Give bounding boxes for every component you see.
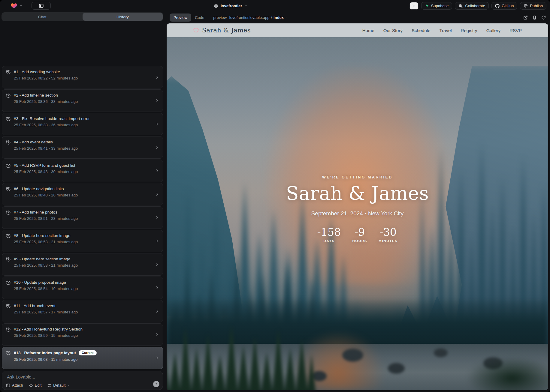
github-label: GitHub [502, 4, 514, 8]
history-item-title: #4 - Add event details [14, 140, 53, 144]
top-bar: lovefrontier Supabase [0, 0, 550, 11]
history-icon [6, 234, 11, 238]
refresh-button[interactable] [541, 15, 546, 20]
crosshair-icon [29, 383, 33, 388]
chevron-down-icon [285, 16, 288, 19]
chevron-right-icon [155, 356, 159, 360]
sidebar-toggle-button[interactable] [32, 2, 51, 10]
lovable-logo-menu[interactable] [10, 2, 23, 9]
supabase-label: Supabase [431, 4, 449, 8]
site-nav-link[interactable]: Our Story [383, 28, 403, 33]
sidebar-tab-label: Chat [38, 15, 46, 19]
supabase-button[interactable]: Supabase [421, 2, 452, 10]
countdown-item: -158 DAYS [317, 227, 341, 243]
history-item[interactable]: #8 - Update hero section image 25 Feb 20… [2, 230, 163, 252]
chevron-down-icon [245, 4, 248, 7]
settings-button[interactable] [409, 2, 419, 10]
url-separator: / [271, 15, 272, 20]
site-nav-link[interactable]: Home [362, 28, 374, 33]
globe-icon [524, 4, 528, 8]
history-item[interactable]: #9 - Update hero section image 25 Feb 20… [2, 253, 163, 276]
sidebar-tab[interactable]: History [83, 13, 163, 21]
history-item[interactable]: #4 - Add event details 25 Feb 2025, 08:4… [2, 136, 163, 159]
chevron-down-icon [20, 4, 23, 7]
publish-label: Publish [530, 4, 543, 8]
history-list: #1 - Add wedding website 25 Feb 2025, 08… [0, 21, 165, 369]
mobile-view-button[interactable] [532, 15, 537, 20]
open-external-button[interactable] [523, 15, 528, 20]
supabase-bolt-icon [425, 4, 429, 8]
site-nav-link[interactable]: RSVP [509, 28, 522, 33]
history-item[interactable]: #12 - Add Honeyfund Registry Section 25 … [2, 323, 163, 346]
chevron-right-icon [155, 169, 159, 173]
history-item[interactable]: #3 - Fix: Resolve Lucide-react import er… [2, 113, 163, 135]
history-item[interactable]: #7 - Add timeline photos 25 Feb 2025, 08… [2, 206, 163, 229]
history-item[interactable]: #1 - Add wedding website 25 Feb 2025, 08… [2, 66, 163, 88]
sidebar-tab-label: History [116, 15, 128, 19]
countdown-item: -30 MINUTES [379, 227, 397, 243]
chevron-right-icon [155, 215, 159, 220]
site-nav-link[interactable]: Schedule [412, 28, 431, 33]
countdown-value: -30 [379, 227, 397, 238]
countdown-value: -9 [351, 227, 368, 238]
tab-code[interactable]: Code [191, 13, 208, 22]
history-item[interactable]: #2 - Add timeline section 25 Feb 2025, 0… [2, 89, 163, 112]
history-item-title: #2 - Add timeline section [14, 93, 58, 97]
collaborate-button[interactable]: Collaborate [455, 2, 489, 10]
prompt-input[interactable] [6, 374, 159, 380]
chevron-right-icon [155, 122, 159, 126]
countdown-label: HOURS [351, 239, 368, 243]
url-breadcrumb[interactable]: preview--lovefrontier.lovable.app / inde… [213, 15, 288, 20]
countdown-label: DAYS [317, 239, 341, 243]
history-item-title: #7 - Add timeline photos [14, 210, 57, 214]
site-nav: Home Our Story Schedule Travel Registry … [362, 28, 522, 33]
site-preview-frame: Sarah & James Home Our Story Schedule Tr… [167, 23, 548, 390]
chevron-right-icon [155, 192, 159, 196]
site-nav-link[interactable]: Gallery [486, 28, 501, 33]
globe-icon [214, 4, 218, 8]
phone-icon [532, 15, 537, 20]
chevron-right-icon [155, 332, 159, 337]
history-item-title: #1 - Add wedding website [14, 70, 60, 74]
panel-left-icon [39, 3, 44, 8]
history-icon [6, 140, 11, 145]
history-item[interactable]: #6 - Update navigation links 25 Feb 2025… [2, 183, 163, 205]
app-window: { "topbar": { "project": "lovefrontier",… [0, 0, 550, 392]
countdown-value: -158 [317, 227, 341, 238]
tab-preview[interactable]: Preview [170, 13, 191, 22]
history-item-title: #10 - Update proposal image [14, 280, 66, 285]
github-button[interactable]: GitHub [491, 2, 517, 10]
site-brand[interactable]: Sarah & James [193, 27, 251, 34]
chevron-down-icon [67, 384, 70, 387]
history-item[interactable]: #10 - Update proposal image 25 Feb 2025,… [2, 277, 163, 299]
site-nav-link[interactable]: Registry [461, 28, 477, 33]
external-link-icon [523, 15, 528, 20]
history-icon [6, 187, 11, 192]
countdown-item: -9 HOURS [351, 227, 368, 243]
edit-button[interactable]: Edit [29, 383, 41, 388]
history-item-meta: 25 Feb 2025, 08:53 - 21 minutes ago [14, 240, 78, 244]
lovable-heart-icon [10, 2, 18, 9]
project-menu[interactable]: lovefrontier [214, 0, 248, 11]
chevron-right-icon [155, 286, 159, 290]
sidebar-tab[interactable]: Chat [2, 13, 83, 21]
history-icon [6, 93, 11, 98]
history-icon [6, 327, 11, 332]
mode-select-button[interactable]: Default [47, 383, 70, 388]
send-button[interactable] [153, 381, 159, 387]
attach-button[interactable]: Attach [6, 383, 23, 388]
history-item[interactable]: #5 - Add RSVP form and guest list 25 Feb… [2, 160, 163, 182]
history-item-title: #5 - Add RSVP form and guest list [14, 163, 75, 168]
hero-content: WE'RE GETTING MARRIED Sarah & James Sept… [167, 175, 548, 243]
history-item[interactable]: #13 - Refactor index page layout Current… [2, 347, 163, 369]
history-item-title: #8 - Update hero section image [14, 233, 70, 238]
history-item-meta: 25 Feb 2025, 09:03 - 11 minutes ago [14, 357, 97, 362]
history-item-meta: 25 Feb 2025, 08:48 - 26 minutes ago [14, 193, 78, 197]
history-item-title: #11 - Add brunch event [14, 304, 56, 308]
arrow-up-icon [155, 382, 158, 386]
publish-button[interactable]: Publish [520, 2, 546, 10]
history-item[interactable]: #11 - Add brunch event 25 Feb 2025, 08:5… [2, 300, 163, 322]
history-icon [6, 70, 11, 75]
site-nav-link[interactable]: Travel [439, 28, 452, 33]
history-icon [6, 117, 11, 121]
